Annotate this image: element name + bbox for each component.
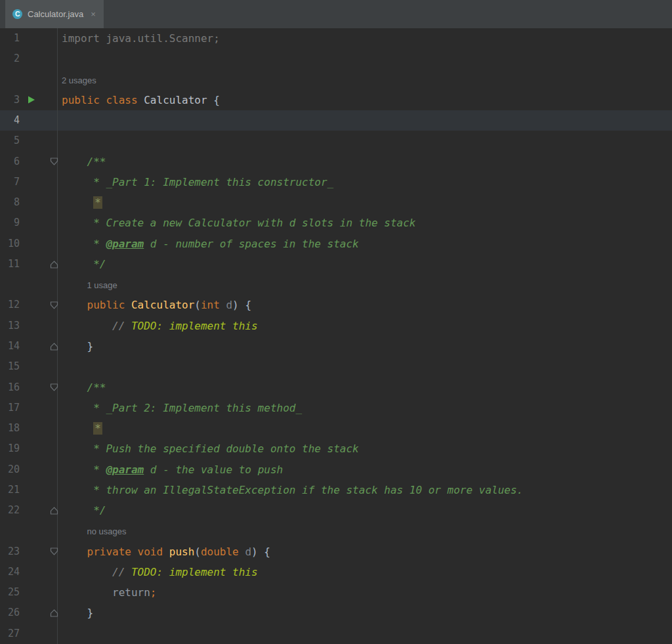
line-number[interactable]: 9 — [0, 213, 20, 233]
gutter[interactable]: 11 — [0, 254, 58, 274]
code-line[interactable]: 6 /** — [0, 152, 672, 172]
gutter[interactable] — [0, 70, 58, 90]
code-line[interactable]: 11 */ — [0, 254, 672, 274]
fold-end-icon[interactable] — [50, 261, 58, 268]
gutter[interactable]: 8 — [0, 192, 58, 213]
code-line[interactable]: 24 // TODO: implement this — [0, 562, 672, 582]
gutter[interactable] — [0, 274, 58, 295]
line-number[interactable]: 17 — [0, 398, 20, 418]
code-line[interactable]: 9 * Create a new Calculator with d slots… — [0, 213, 672, 233]
code-line[interactable]: 22 */ — [0, 500, 672, 521]
gutter[interactable]: 7 — [0, 172, 58, 192]
code-content[interactable]: * — [58, 418, 672, 439]
line-number[interactable]: 18 — [0, 418, 20, 439]
code-content[interactable]: // TODO: implement this — [58, 316, 672, 336]
code-line[interactable]: 3public class Calculator { — [0, 90, 672, 110]
line-number[interactable]: 21 — [0, 480, 20, 500]
code-content[interactable] — [58, 356, 672, 377]
fold-end-icon[interactable] — [50, 507, 58, 515]
gutter[interactable]: 24 — [0, 562, 58, 582]
gutter[interactable]: 18 — [0, 418, 58, 439]
gutter[interactable]: 9 — [0, 213, 58, 233]
code-content[interactable]: */ — [58, 254, 672, 274]
code-line[interactable]: 8 * — [0, 192, 672, 213]
code-content[interactable]: * @param d - number of spaces in the sta… — [58, 234, 672, 254]
fold-end-icon[interactable] — [50, 609, 58, 617]
tab-calculator-java[interactable]: C Calculator.java × — [5, 0, 104, 28]
fold-start-icon[interactable] — [50, 547, 58, 555]
code-line[interactable]: 17 * _Part 2: Implement this method_ — [0, 398, 672, 418]
gutter[interactable]: 17 — [0, 398, 58, 418]
code-line[interactable]: 2 — [0, 49, 672, 69]
line-number[interactable]: 27 — [0, 624, 20, 644]
line-number[interactable]: 15 — [0, 356, 20, 377]
gutter[interactable]: 15 — [0, 356, 58, 377]
run-icon[interactable] — [28, 96, 35, 104]
inlay-row[interactable]: 1 usage — [0, 274, 672, 295]
code-content[interactable]: private void push(double d) { — [58, 542, 672, 562]
code-line[interactable]: 16 /** — [0, 377, 672, 398]
fold-start-icon[interactable] — [50, 158, 58, 165]
code-line[interactable]: 26 } — [0, 603, 672, 623]
code-line[interactable]: 14 } — [0, 336, 672, 356]
inlay-row[interactable]: 2 usages — [0, 70, 672, 90]
code-content[interactable]: * _Part 1: Implement this constructor_ — [58, 172, 672, 192]
code-content[interactable]: /** — [58, 152, 672, 172]
gutter[interactable]: 13 — [0, 316, 58, 336]
line-number[interactable]: 10 — [0, 234, 20, 254]
gutter[interactable]: 23 — [0, 542, 58, 562]
gutter[interactable]: 27 — [0, 624, 58, 644]
code-line[interactable]: 12 public Calculator(int d) { — [0, 295, 672, 315]
code-content[interactable]: * throw an IllegalStateException if the … — [58, 480, 672, 500]
code-line[interactable]: 23 private void push(double d) { — [0, 542, 672, 562]
gutter[interactable]: 3 — [0, 90, 58, 110]
line-number[interactable]: 19 — [0, 439, 20, 459]
code-line[interactable]: 27 — [0, 624, 672, 644]
code-line-caret[interactable]: 4 — [0, 110, 672, 131]
gutter[interactable]: 16 — [0, 377, 58, 398]
code-content[interactable]: no usages — [58, 521, 672, 541]
gutter[interactable] — [0, 521, 58, 541]
line-number[interactable]: 12 — [0, 295, 20, 315]
code-content[interactable]: * Push the specified double onto the sta… — [58, 439, 672, 459]
gutter[interactable]: 26 — [0, 603, 58, 623]
code-line[interactable]: 25 return; — [0, 582, 672, 603]
line-number[interactable]: 11 — [0, 254, 20, 274]
code-content[interactable]: 2 usages — [58, 70, 672, 90]
code-line[interactable]: 19 * Push the specified double onto the … — [0, 439, 672, 459]
code-line[interactable]: 10 * @param d - number of spaces in the … — [0, 234, 672, 254]
line-number[interactable]: 2 — [0, 49, 20, 69]
code-content[interactable]: return; — [58, 582, 672, 603]
code-line[interactable]: 15 — [0, 356, 672, 377]
line-number[interactable]: 4 — [0, 110, 20, 131]
code-editor[interactable]: 1import java.util.Scanner;22 usages3publ… — [0, 28, 672, 644]
code-content[interactable]: import java.util.Scanner; — [58, 28, 672, 49]
tab-close-icon[interactable]: × — [91, 9, 96, 19]
code-content[interactable] — [58, 624, 672, 644]
line-number[interactable]: 13 — [0, 316, 20, 336]
code-line[interactable]: 20 * @param d - the value to push — [0, 460, 672, 480]
code-line[interactable]: 13 // TODO: implement this — [0, 316, 672, 336]
line-number[interactable]: 26 — [0, 603, 20, 623]
line-number[interactable]: 23 — [0, 542, 20, 562]
gutter[interactable]: 5 — [0, 131, 58, 151]
usages-inlay-hint[interactable]: no usages — [62, 521, 127, 541]
code-content[interactable]: /** — [58, 377, 672, 398]
line-number[interactable]: 1 — [0, 28, 20, 49]
line-number[interactable]: 14 — [0, 336, 20, 356]
code-content[interactable]: } — [58, 336, 672, 356]
gutter[interactable]: 10 — [0, 234, 58, 254]
fold-start-icon[interactable] — [50, 301, 58, 309]
line-number[interactable]: 8 — [0, 192, 20, 213]
usages-inlay-hint[interactable]: 2 usages — [62, 70, 96, 90]
code-content[interactable]: public class Calculator { — [58, 90, 672, 110]
gutter[interactable]: 22 — [0, 500, 58, 521]
usages-inlay-hint[interactable]: 1 usage — [62, 275, 117, 295]
inlay-row[interactable]: no usages — [0, 521, 672, 541]
line-number[interactable]: 6 — [0, 152, 20, 172]
code-line[interactable]: 21 * throw an IllegalStateException if t… — [0, 480, 672, 500]
code-line[interactable]: 7 * _Part 1: Implement this constructor_ — [0, 172, 672, 192]
line-number[interactable]: 16 — [0, 377, 20, 398]
code-content[interactable]: public Calculator(int d) { — [58, 295, 672, 315]
code-line[interactable]: 18 * — [0, 418, 672, 439]
